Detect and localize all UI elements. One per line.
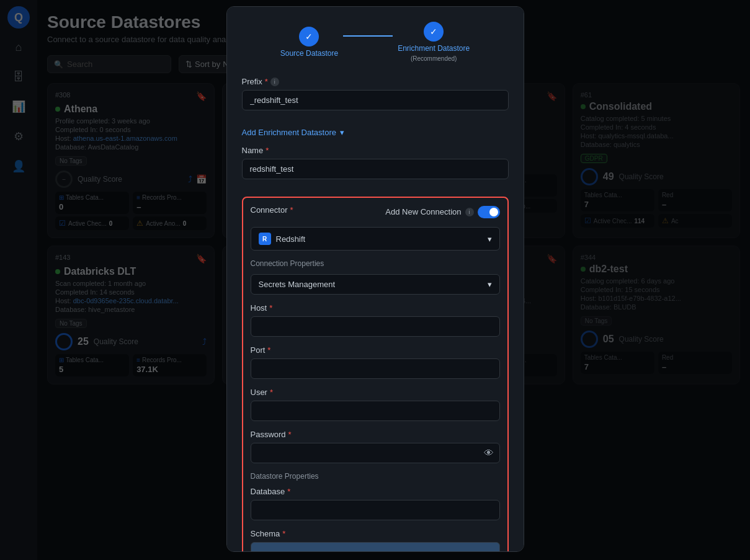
connector-section: Connector * Add New Connection i R Redsh… [242,197,509,552]
port-label: Port * [251,345,500,355]
add-connection-label: Add New Connection [385,207,461,216]
schema-input[interactable] [251,542,500,552]
datastore-props-label: Datastore Properties [251,472,500,481]
step-1-circle: ✓ [299,27,319,47]
port-input[interactable] [251,358,500,379]
database-label: Database * [251,487,500,496]
enrichment-label: Add Enrichment Datastore [242,128,336,137]
prefix-input[interactable] [242,90,509,110]
password-input[interactable] [251,443,500,463]
password-group: Password * 👁 [251,430,500,463]
port-group: Port * [251,345,500,379]
enrichment-collapsible[interactable]: Add Enrichment Datastore ▾ [242,128,509,137]
connector-value: Redshift [276,234,306,244]
connector-select-inner: R Redshift [259,233,306,245]
prefix-group: Prefix * i [242,77,509,119]
database-group: Database * [251,487,500,520]
dialog-overlay: ✓ Source Datastore ✓ Enrichment Datastor… [0,0,750,560]
user-label: User * [251,388,500,397]
connection-props-label: Connection Properties [251,259,500,268]
password-field: 👁 [251,443,500,463]
host-input[interactable] [251,316,500,337]
add-connection-info[interactable]: i [465,208,474,216]
connector-row: Connector * Add New Connection i [251,205,500,218]
add-connection: Add New Connection i [385,206,499,218]
step-1: ✓ Source Datastore [280,27,338,58]
secrets-label: Secrets Management [259,280,336,289]
prefix-info-icon[interactable]: i [270,78,279,86]
step-2: ✓ Enrichment Datastore (Recommended) [398,22,470,62]
redshift-icon: R [259,233,271,245]
chevron-down-icon: ▾ [340,128,344,137]
database-input[interactable] [251,500,500,520]
name-group: Name * [242,146,509,188]
name-input[interactable] [242,159,509,179]
user-group: User * [251,388,500,421]
chevron-down-icon: ▾ [488,234,492,244]
step-2-circle: ✓ [424,22,444,42]
dialog: ✓ Source Datastore ✓ Enrichment Datastor… [226,6,524,552]
prefix-label: Prefix * i [242,77,509,86]
host-label: Host * [251,303,500,313]
add-connection-toggle[interactable] [478,206,500,218]
step-2-sublabel: (Recommended) [411,55,457,62]
connector-label: Connector * [251,205,293,215]
stepper: ✓ Source Datastore ✓ Enrichment Datastor… [242,22,509,62]
step-1-label: Source Datastore [280,49,338,58]
name-label: Name * [242,146,509,155]
schema-label: Schema * [251,529,500,538]
password-label: Password * [251,430,500,439]
secrets-select[interactable]: Secrets Management ▾ [251,274,500,295]
step-2-label: Enrichment Datastore [398,44,470,53]
connector-select[interactable]: R Redshift ▾ [251,227,500,251]
user-input[interactable] [251,401,500,421]
step-line [343,35,393,37]
host-group: Host * [251,303,500,337]
chevron-down-icon: ▾ [488,280,492,289]
schema-group: Schema * [251,529,500,552]
eye-icon[interactable]: 👁 [484,448,494,459]
